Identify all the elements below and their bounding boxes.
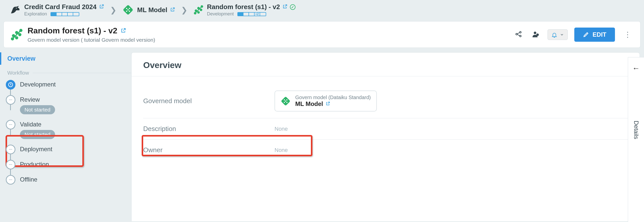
breadcrumb: Credit Card Fraud 2024 Exploration ❯: [0, 0, 644, 19]
svg-point-30: [536, 34, 539, 36]
breadcrumb-version-sublabel: Development: [207, 11, 234, 17]
tree-icon: [193, 5, 204, 15]
wf-label: Review: [20, 96, 55, 103]
external-link-icon[interactable]: [120, 26, 126, 35]
wf-item-production[interactable]: ··· Production: [6, 160, 131, 169]
page-title: Random forest (s1) - v2: [28, 26, 117, 35]
svg-point-4: [126, 11, 127, 12]
svg-point-1: [126, 8, 127, 9]
external-link-icon[interactable]: [326, 100, 330, 107]
svg-point-23: [12, 35, 14, 37]
svg-point-37: [286, 102, 287, 103]
svg-point-3: [128, 9, 129, 11]
status-bar: [51, 12, 79, 16]
field-value: None: [275, 126, 288, 132]
wf-label: Development: [20, 81, 56, 88]
svg-line-28: [517, 34, 520, 36]
chevron-right-icon: ❯: [110, 6, 116, 14]
workflow-header: Workflow: [7, 70, 131, 76]
dots-icon: ···: [6, 175, 15, 185]
clock-icon: [6, 80, 15, 90]
svg-point-9: [194, 12, 196, 14]
breadcrumb-item-version[interactable]: Random forest (s1) - v2 ✓ Development +2: [193, 3, 296, 17]
check-circle-icon: ✓: [290, 4, 295, 10]
svg-point-34: [286, 99, 287, 100]
svg-point-33: [284, 99, 285, 100]
svg-line-27: [517, 33, 520, 34]
svg-point-13: [197, 7, 199, 9]
breadcrumb-version-title: Random forest (s1) - v2: [207, 3, 280, 11]
tree-icon: [10, 28, 23, 41]
breadcrumb-model-title: ML Model: [137, 6, 167, 14]
svg-point-11: [197, 12, 199, 13]
content-card: Overview Governed model Govern mod: [131, 52, 639, 221]
wf-label: Production: [20, 161, 49, 168]
details-tab[interactable]: Details: [633, 121, 640, 139]
model-chip-bottom: ML Model: [295, 100, 323, 107]
wf-item-validate[interactable]: ··· Validate Not started: [6, 120, 131, 139]
dice-icon: [122, 4, 134, 15]
external-link-icon[interactable]: [170, 6, 175, 14]
title-card: Random forest (s1) - v2 Govern model ver…: [4, 21, 640, 48]
svg-point-2: [129, 8, 130, 9]
content-heading: Overview: [143, 60, 628, 70]
svg-point-36: [284, 102, 285, 103]
status-pill: Not started: [20, 105, 55, 114]
dots-icon: ···: [6, 145, 15, 154]
bird-icon: [10, 5, 21, 15]
dots-icon: ···: [6, 95, 15, 105]
dots-icon: ···: [6, 120, 15, 129]
share-button[interactable]: [513, 29, 524, 40]
svg-point-22: [16, 31, 18, 33]
page-subtitle: Govern model version ( tutorial Govern m…: [28, 37, 155, 43]
wf-label: Deployment: [20, 146, 52, 153]
breadcrumb-project-title: Credit Card Fraud 2024: [24, 3, 96, 11]
wf-item-deployment[interactable]: ··· Deployment: [6, 145, 131, 154]
status-pill: Not started: [20, 130, 55, 139]
right-rail: ← Details: [628, 57, 644, 222]
field-label: Description: [143, 125, 275, 133]
svg-point-14: [195, 10, 197, 12]
sidebar-overview-tab[interactable]: Overview: [0, 52, 131, 65]
model-chip-top: Govern model (Dataiku Standard): [295, 95, 371, 100]
workflow-list: Development ··· Review Not started ··· V…: [6, 80, 131, 185]
svg-point-35: [285, 100, 286, 101]
svg-point-29: [534, 32, 536, 34]
chevron-right-icon: ❯: [181, 6, 187, 14]
svg-point-19: [20, 29, 22, 31]
model-chip[interactable]: Govern model (Dataiku Standard) ML Model: [275, 91, 377, 112]
collapse-arrow-icon[interactable]: ←: [632, 64, 640, 73]
external-link-icon[interactable]: [99, 3, 104, 11]
svg-point-18: [11, 38, 13, 40]
wf-label: Offline: [20, 176, 37, 183]
dots-icon: ···: [6, 160, 15, 169]
svg-point-21: [19, 33, 21, 35]
svg-point-12: [200, 9, 202, 11]
dice-icon: [281, 96, 291, 106]
more-button[interactable]: ⋮: [622, 29, 634, 40]
breadcrumb-item-model[interactable]: ML Model: [122, 4, 175, 15]
breadcrumb-project-sublabel: Exploration: [24, 11, 47, 17]
wf-item-review[interactable]: ··· Review Not started: [6, 95, 131, 114]
field-governed-model: Governed model Govern model (Dataiku Sta…: [143, 84, 628, 118]
workflow-header-label: Workflow: [7, 70, 29, 76]
user-role-button[interactable]: [530, 29, 541, 40]
wf-item-development[interactable]: Development: [6, 80, 131, 90]
external-link-icon[interactable]: [282, 3, 287, 11]
svg-point-20: [16, 37, 18, 39]
field-label: Owner: [143, 146, 275, 154]
field-value: None: [275, 147, 288, 153]
wf-item-offline[interactable]: ··· Offline: [6, 175, 131, 185]
wf-label: Validate: [20, 121, 55, 128]
svg-point-5: [129, 11, 130, 12]
notifications-button[interactable]: [548, 29, 568, 40]
status-badge: +2: [255, 13, 260, 16]
breadcrumb-item-project[interactable]: Credit Card Fraud 2024 Exploration: [10, 3, 104, 17]
field-description: Description None: [143, 118, 628, 140]
status-bar: +2: [237, 12, 266, 16]
sidebar: Overview Workflow Development ··· Review…: [0, 52, 131, 221]
edit-button[interactable]: EDIT: [574, 28, 615, 42]
edit-button-label: EDIT: [592, 31, 606, 38]
field-owner: Owner None: [143, 140, 628, 161]
field-label: Governed model: [143, 97, 275, 105]
